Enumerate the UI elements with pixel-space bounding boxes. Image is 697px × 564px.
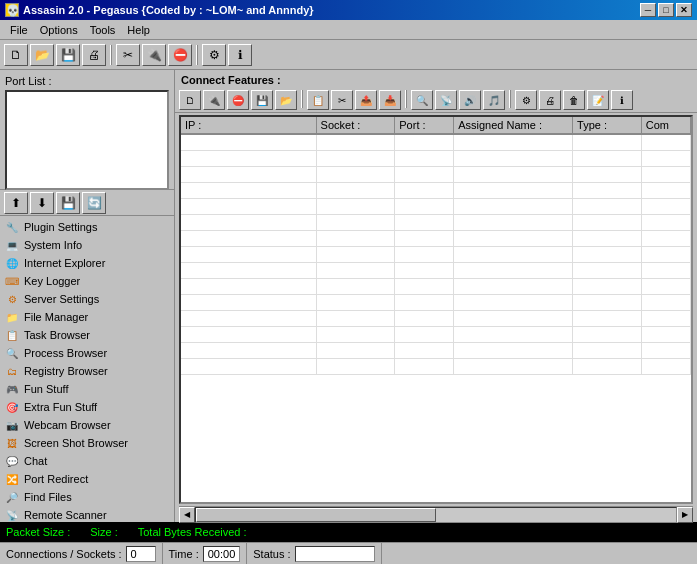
connect-btn-12[interactable]: 🔊 [459,90,481,110]
server-settings-label: Server Settings [24,293,99,305]
internet-explorer-label: Internet Explorer [24,257,105,269]
connections-value: 0 [126,546,156,562]
menu-help[interactable]: Help [121,22,156,38]
connect-btn-16[interactable]: 🗑 [563,90,585,110]
registry-browser-label: Registry Browser [24,365,108,377]
menu-options[interactable]: Options [34,22,84,38]
tb-btn-5[interactable]: ✂ [116,44,140,66]
packet-bar: Packet Size : Size : Total Bytes Receive… [0,522,697,542]
col-assigned-name: Assigned Name : [454,117,573,134]
plugin-settings-label: Plugin Settings [24,221,97,233]
list-item-file-manager[interactable]: 📁 File Manager [2,308,172,326]
connect-btn-11[interactable]: 📡 [435,90,457,110]
list-item-system-info[interactable]: 💻 System Info [2,236,172,254]
list-item-process-browser[interactable]: 🔍 Process Browser [2,344,172,362]
connect-btn-10[interactable]: 🔍 [411,90,433,110]
system-info-label: System Info [24,239,82,251]
data-table-container[interactable]: IP : Socket : Port : Assigned Name : Typ… [179,115,693,504]
extra-fun-stuff-icon: 🎯 [4,399,20,415]
list-item-internet-explorer[interactable]: 🌐 Internet Explorer [2,254,172,272]
screenshot-browser-icon: 🖼 [4,435,20,451]
toolbar-separator-1 [110,45,112,65]
maximize-button[interactable]: □ [658,3,674,17]
remote-scanner-icon: 📡 [4,507,20,522]
horizontal-scrollbar[interactable]: ◀ ▶ [179,506,693,522]
tb-btn-8[interactable]: ⚙ [202,44,226,66]
scroll-track[interactable] [195,507,677,523]
connect-btn-3[interactable]: ⛔ [227,90,249,110]
packet-size-label: Packet Size : [6,526,70,538]
minimize-button[interactable]: ─ [640,3,656,17]
list-item-registry-browser[interactable]: 🗂 Registry Browser [2,362,172,380]
connect-btn-15[interactable]: 🖨 [539,90,561,110]
menu-file[interactable]: File [4,22,34,38]
list-item-screenshot-browser[interactable]: 🖼 Screen Shot Browser [2,434,172,452]
menu-bar: File Options Tools Help [0,20,697,40]
chat-icon: 💬 [4,453,20,469]
close-button[interactable]: ✕ [676,3,692,17]
server-settings-icon: ⚙ [4,291,20,307]
main-container: Port List : ⬆ ⬇ 💾 🔄 🔧 Plugin Settings 💻 … [0,70,697,522]
left-tb-btn-1[interactable]: ⬆ [4,192,28,214]
list-item-fun-stuff[interactable]: 🎮 Fun Stuff [2,380,172,398]
connect-btn-17[interactable]: 📝 [587,90,609,110]
connect-btn-13[interactable]: 🎵 [483,90,505,110]
col-socket: Socket : [316,117,395,134]
list-item-remote-scanner[interactable]: 📡 Remote Scanner [2,506,172,522]
table-row [181,278,691,294]
connect-btn-9[interactable]: 📥 [379,90,401,110]
tb-btn-9[interactable]: ℹ [228,44,252,66]
file-manager-icon: 📁 [4,309,20,325]
col-ip: IP : [181,117,316,134]
scroll-right-button[interactable]: ▶ [677,507,693,523]
connect-btn-5[interactable]: 📂 [275,90,297,110]
table-row [181,182,691,198]
connect-features-label: Connect Features : [175,70,697,88]
left-tb-btn-4[interactable]: 🔄 [82,192,106,214]
left-tb-btn-3[interactable]: 💾 [56,192,80,214]
connect-btn-18[interactable]: ℹ [611,90,633,110]
list-item-chat[interactable]: 💬 Chat [2,452,172,470]
port-list-label: Port List : [5,75,169,87]
port-redirect-icon: 🔀 [4,471,20,487]
connect-btn-7[interactable]: ✂ [331,90,353,110]
list-item-find-files[interactable]: 🔎 Find Files [2,488,172,506]
list-item-extra-fun-stuff[interactable]: 🎯 Extra Fun Stuff [2,398,172,416]
table-row [181,246,691,262]
scroll-thumb[interactable] [196,508,436,522]
connect-btn-1[interactable]: 🗋 [179,90,201,110]
tb-btn-2[interactable]: 📂 [30,44,54,66]
table-row [181,214,691,230]
find-files-icon: 🔎 [4,489,20,505]
connect-btn-14[interactable]: ⚙ [515,90,537,110]
connect-btn-8[interactable]: 📤 [355,90,377,110]
internet-explorer-icon: 🌐 [4,255,20,271]
tb-btn-1[interactable]: 🗋 [4,44,28,66]
table-row [181,358,691,374]
connect-btn-6[interactable]: 📋 [307,90,329,110]
list-item-server-settings[interactable]: ⚙ Server Settings [2,290,172,308]
extra-fun-stuff-label: Extra Fun Stuff [24,401,97,413]
tb-btn-4[interactable]: 🖨 [82,44,106,66]
connect-btn-2[interactable]: 🔌 [203,90,225,110]
list-item-plugin-settings[interactable]: 🔧 Plugin Settings [2,218,172,236]
list-item-task-browser[interactable]: 📋 Task Browser [2,326,172,344]
scroll-left-button[interactable]: ◀ [179,507,195,523]
plugin-settings-icon: 🔧 [4,219,20,235]
tb-btn-3[interactable]: 💾 [56,44,80,66]
status-display [295,546,375,562]
list-item-key-logger[interactable]: ⌨ Key Logger [2,272,172,290]
connect-sep-1 [301,90,303,108]
key-logger-icon: ⌨ [4,273,20,289]
tb-btn-7[interactable]: ⛔ [168,44,192,66]
list-item-webcam-browser[interactable]: 📷 Webcam Browser [2,416,172,434]
status-bar: Connections / Sockets : 0 Time : 00:00 S… [0,542,697,564]
left-tb-btn-2[interactable]: ⬇ [30,192,54,214]
connections-section: Connections / Sockets : 0 [0,543,163,564]
connect-btn-4[interactable]: 💾 [251,90,273,110]
menu-tools[interactable]: Tools [84,22,122,38]
tb-btn-6[interactable]: 🔌 [142,44,166,66]
table-row [181,342,691,358]
list-item-port-redirect[interactable]: 🔀 Port Redirect [2,470,172,488]
app-icon: 💀 [5,3,19,17]
